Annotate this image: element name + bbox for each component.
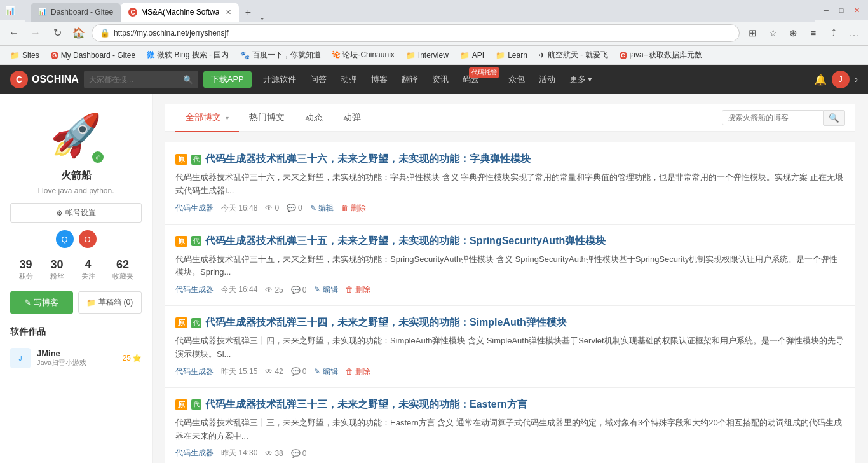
close-button[interactable]: ✕	[850, 4, 863, 17]
bookmark-baidu[interactable]: 🐾 百度一下，你就知道	[235, 48, 326, 63]
meta-time-3: 昨天 15:15	[221, 366, 257, 377]
qq-icon[interactable]: Q	[56, 230, 74, 248]
nav-link-qa[interactable]: 问答	[304, 71, 333, 88]
delete-action-1[interactable]: 🗑 删除	[341, 203, 366, 214]
software-item-jmine[interactable]: J JMine Java扫雷小游戏 25 ⭐	[10, 344, 142, 372]
meta-tag-2[interactable]: 代码生成器	[175, 284, 214, 295]
bookmark-sites[interactable]: 📁 Sites	[5, 48, 44, 63]
bookmark-label-learn: Learn	[508, 51, 527, 60]
download-app-button[interactable]: 下载APP	[203, 71, 252, 88]
nav-link-news[interactable]: 资讯	[426, 71, 455, 88]
tab-close-oschina[interactable]: ✕	[226, 8, 231, 17]
bookmark-java[interactable]: C java--获取数据库元数	[614, 48, 707, 63]
edit-action-3[interactable]: ✎ 编辑	[314, 366, 337, 377]
minimize-button[interactable]: ─	[820, 4, 832, 17]
forward-button[interactable]: →	[27, 24, 44, 42]
new-tab-button[interactable]: +	[239, 4, 257, 22]
blog-tabs: 全部博文 ▾ 热门博文 动态 动弹 🔍	[165, 104, 855, 132]
nav-link-translate[interactable]: 翻译	[395, 71, 424, 88]
osc-search-bar[interactable]: 🔍	[84, 71, 198, 88]
nav-link-codehub[interactable]: 码云 代码托管	[456, 71, 485, 88]
bookmark-bing[interactable]: 微 微软 Bing 搜索 - 国内	[142, 48, 234, 63]
tab-oschina[interactable]: C MS&A(Machine Softwa ✕	[121, 3, 239, 22]
write-blog-label: 写博客	[34, 297, 58, 308]
tab-bullet-label: 动弹	[343, 112, 361, 122]
bookmark-learn[interactable]: 📁 Learn	[491, 48, 532, 63]
more-button[interactable]: …	[845, 24, 863, 42]
delete-action-3[interactable]: 🗑 删除	[346, 366, 370, 377]
osc-search-input[interactable]	[89, 75, 179, 84]
user-avatar[interactable]: J	[832, 71, 850, 88]
nav-link-blog[interactable]: 博客	[365, 71, 394, 88]
following-label: 关注	[81, 272, 95, 281]
nav-link-dynamic[interactable]: 动弹	[334, 71, 363, 88]
tab-scroll-button[interactable]: ⌄	[257, 13, 268, 22]
osc-logo[interactable]: C OSCHINA	[10, 71, 79, 88]
bookmark-label-gitee: My Dashboard - Gitee	[61, 51, 135, 60]
tab-bullet[interactable]: 动弹	[333, 104, 371, 131]
score-label: 积分	[19, 272, 33, 281]
software-desc: Java扫雷小游戏	[37, 358, 116, 368]
stat-favorites[interactable]: 62 收藏夹	[112, 258, 133, 281]
bookmark-aviation[interactable]: ✈ 航空航天 - 就爱飞	[534, 48, 613, 63]
blog-title-4[interactable]: 代码生成器技术乱弹三十三，未来之野望，未实现的功能：Eastern方言	[205, 398, 527, 411]
blog-search: 🔍	[722, 110, 845, 126]
edit-action-2[interactable]: ✎ 编辑	[314, 284, 337, 295]
back-button[interactable]: ←	[5, 24, 23, 42]
share-button[interactable]: ⤴	[825, 24, 843, 42]
category-badge-3: 代	[191, 318, 201, 328]
bookmark-api[interactable]: 📁 API	[455, 48, 489, 63]
nav-link-outsource[interactable]: 众包	[502, 71, 531, 88]
blog-search-button[interactable]: 🔍	[824, 110, 845, 126]
meta-tag-1[interactable]: 代码生成器	[175, 203, 214, 214]
tab-dynamic[interactable]: 动态	[295, 104, 333, 131]
meta-tag-3[interactable]: 代码生成器	[175, 366, 214, 377]
blog-excerpt-4: 代码生成器技术乱弹三十三，未来之野望，未实现的功能：Eastern方言 含义 通…	[175, 417, 845, 443]
stat-following[interactable]: 4 关注	[81, 258, 95, 281]
tab-all-blogs[interactable]: 全部博文 ▾	[175, 104, 239, 131]
collection-button[interactable]: ⊕	[784, 24, 802, 42]
tab-title-dashboard: Dashboard - Gitee	[51, 8, 113, 17]
bookmark-chinaunix[interactable]: 论 论坛-Chinaunix	[327, 48, 399, 63]
nav-link-opensource[interactable]: 开源软件	[257, 71, 302, 88]
delete-action-2[interactable]: 🗑 删除	[346, 284, 370, 295]
notification-icon[interactable]: 🔔	[814, 74, 827, 86]
meta-comments-4: 💬 0	[291, 449, 307, 458]
reading-view-button[interactable]: ≡	[804, 24, 822, 42]
edit-action-1[interactable]: ✎ 编辑	[310, 203, 334, 214]
nav-link-activity[interactable]: 活动	[532, 71, 562, 88]
blog-title-3[interactable]: 代码生成器技术乱弹三十四，未来之野望，未实现的功能：SimpleAuth弹性模块	[205, 316, 567, 329]
tab-dashboard[interactable]: 📊 Dashboard - Gitee	[31, 3, 121, 22]
home-button[interactable]: 🏠	[70, 24, 88, 42]
bookmark-gitee[interactable]: G My Dashboard - Gitee	[46, 48, 140, 63]
blog-title-1[interactable]: 代码生成器技术乱弹三十六，未来之野望，未实现的功能：字典弹性模块	[205, 153, 531, 166]
blog-title-row-3: 原 代 代码生成器技术乱弹三十四，未来之野望，未实现的功能：SimpleAuth…	[175, 316, 845, 329]
stat-score[interactable]: 39 积分	[19, 258, 33, 281]
security-icon: 🔒	[100, 28, 110, 38]
blog-search-input[interactable]	[722, 110, 824, 125]
stat-followers[interactable]: 30 粉丝	[50, 258, 64, 281]
meta-tag-4[interactable]: 代码生成器	[175, 448, 214, 459]
nav-more-icon[interactable]: ›	[855, 74, 858, 85]
draft-button[interactable]: 📁 草稿箱 (0)	[78, 291, 142, 314]
profile-name: 火箭船	[10, 169, 142, 183]
blog-item-3: 原 代 代码生成器技术乱弹三十四，未来之野望，未实现的功能：SimpleAuth…	[165, 306, 855, 388]
maximize-button[interactable]: □	[835, 4, 848, 17]
refresh-button[interactable]: ↻	[48, 24, 66, 42]
address-bar[interactable]: 🔒 https://my.oschina.net/jerryshensjf	[92, 24, 740, 42]
software-section-title: 软件作品	[10, 326, 142, 338]
meta-time-1: 今天 16:48	[221, 203, 257, 214]
blog-title-2[interactable]: 代码生成器技术乱弹三十五，未来之野望，未实现的功能：SpringSecurity…	[205, 235, 606, 248]
bookmark-button[interactable]: ☆	[764, 24, 782, 42]
extensions-button[interactable]: ⊞	[743, 24, 761, 42]
nav-link-more[interactable]: 更多 ▾	[563, 71, 599, 88]
tab-hot-blogs[interactable]: 热门博文	[239, 104, 295, 131]
account-settings-button[interactable]: ⚙ 帐号设置	[10, 203, 142, 223]
oschina-badge-icon[interactable]: O	[79, 230, 97, 248]
blog-meta-1: 代码生成器 今天 16:48 👁 0 💬 0 ✎ 编辑 🗑 删除	[175, 203, 845, 214]
bookmark-interview[interactable]: 📁 Interview	[401, 48, 454, 63]
meta-time-4: 昨天 14:30	[221, 448, 257, 459]
blog-meta-4: 代码生成器 昨天 14:30 👁 38 💬 0	[175, 448, 845, 459]
bookmark-favicon-aviation: ✈	[539, 51, 545, 60]
write-blog-button[interactable]: ✎ 写博客	[10, 291, 73, 314]
